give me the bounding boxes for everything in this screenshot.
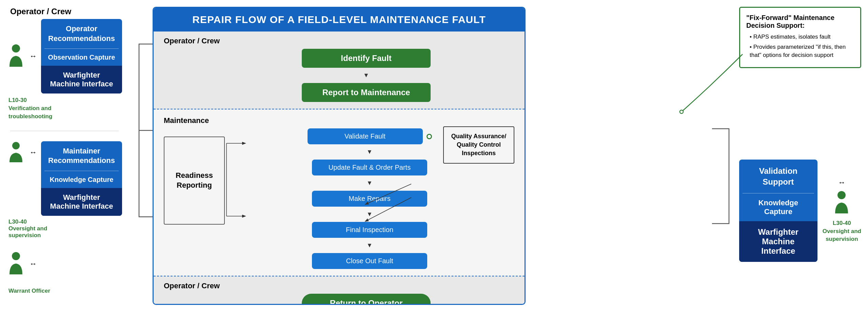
fix-forward-item1: • RAPS estimates, isolates fault	[750, 33, 854, 41]
right-bracket-svg	[709, 122, 736, 230]
zone-maintenance-label: Maintenance	[164, 116, 514, 125]
svg-point-2	[12, 252, 20, 260]
double-arrow-3: ↔	[29, 259, 37, 268]
operator-crew-left-label: Operator / Crew	[10, 7, 122, 16]
down-arrow-3: ▼	[367, 180, 373, 187]
down-arrow-4: ▼	[367, 211, 373, 218]
down-arrow-2: ▼	[367, 148, 373, 155]
readiness-reporting-box: Readiness Reporting	[164, 137, 225, 225]
report-to-maintenance-btn: Report to Maintenance	[302, 83, 431, 102]
operator-recommendations-label: Operator Recommendations	[41, 19, 122, 48]
fix-forward-item2: • Provides parameterized "if this, then …	[750, 43, 854, 59]
validate-fault-btn: Validate Fault	[308, 128, 423, 144]
right-panel: "Fix-Forward" Maintenance Decision Suppo…	[739, 7, 861, 262]
svg-point-10	[837, 191, 846, 199]
validation-support-label: Validation Support	[739, 160, 817, 193]
zone-operator-bottom-label: Operator / Crew	[164, 282, 514, 290]
operator-crew-person-icon	[7, 43, 25, 70]
close-out-fault-btn: Close Out Fault	[312, 253, 427, 269]
l3040-left-label: L30-40Oversight andsupervision	[8, 219, 122, 239]
validate-dot	[427, 134, 432, 139]
qa-qc-box: Quality Assurance/ Quality Control Inspe…	[443, 126, 514, 164]
final-inspection-btn: Final Inspection	[312, 222, 427, 238]
down-arrow-5: ▼	[367, 242, 373, 249]
validation-card: Validation Support Knowledge Capture War…	[739, 160, 817, 262]
l3040-right-label: L30-40Oversight andsupervision	[823, 219, 861, 243]
update-fault-btn: Update Fault & Order Parts	[312, 160, 427, 175]
operator-blue-card: Operator Recommendations Observation Cap…	[41, 19, 122, 93]
down-arrow-1: ▼	[363, 72, 369, 79]
knowledge-capture-right-label: Knowledge Capture	[739, 193, 817, 221]
center-diagram: REPAIR FLOW OF A FIELD-LEVEL MAINTENANCE…	[153, 7, 526, 305]
double-arrow-1: ↔	[29, 52, 37, 61]
svg-point-0	[12, 44, 20, 53]
warfighter-machine-interface-right-label: Warfighter Machine Interface	[739, 221, 817, 262]
diagram-body: Operator / Crew Identify Fault ▼ Report …	[154, 32, 525, 297]
double-arrow-right: ↔	[838, 178, 846, 187]
observation-capture-label: Observation Capture	[41, 49, 122, 66]
maintainer-blue-card: Maintainer Recommendations Knowledge Cap…	[41, 141, 122, 216]
maintainer-recommendations-label: Maintainer Recommendations	[41, 141, 122, 171]
warfighter-machine-interface-label-1: Warfighter Machine Interface	[41, 66, 122, 93]
zone-maintenance: Maintenance Readiness Reporting Validate…	[154, 109, 525, 276]
identify-fault-btn: Identify Fault	[302, 49, 431, 68]
readiness-reporting-text: Readiness Reporting	[164, 171, 224, 190]
l1030-label: L10-30Verification andtroubleshooting	[8, 96, 122, 120]
warrant-officer-person-icon	[7, 251, 25, 277]
right-role-person-icon	[832, 190, 851, 216]
main-container: Operator / Crew ↔ Operator Recommendatio…	[0, 0, 868, 312]
svg-point-1	[12, 142, 20, 149]
maintainer-person-icon	[7, 141, 25, 165]
left-panel: Operator / Crew ↔ Operator Recommendatio…	[7, 7, 122, 294]
fix-forward-line-svg	[678, 51, 746, 119]
fix-forward-title: "Fix-Forward" Maintenance Decision Suppo…	[746, 14, 854, 29]
double-arrow-2: ↔	[29, 148, 37, 157]
knowledge-capture-left-label: Knowledge Capture	[41, 171, 122, 188]
diagram-title: REPAIR FLOW OF A FIELD-LEVEL MAINTENANCE…	[154, 8, 525, 32]
warfighter-machine-interface-label-2: Warfighter Machine Interface	[41, 188, 122, 216]
return-to-operator-btn: Return to Operator	[302, 294, 431, 305]
svg-point-9	[680, 110, 683, 113]
warrant-officer-label: Warrant Officer	[8, 288, 122, 294]
qa-qc-text: Quality Assurance/ Quality Control Inspe…	[449, 132, 509, 158]
zone-operator-bottom: Operator / Crew Return to Operator	[154, 276, 525, 305]
fix-forward-box: "Fix-Forward" Maintenance Decision Suppo…	[739, 7, 861, 68]
zone-operator-top: Operator / Crew Identify Fault ▼ Report …	[154, 32, 525, 109]
make-repairs-btn: Make Repairs	[312, 191, 427, 207]
zone-operator-top-label: Operator / Crew	[164, 37, 514, 45]
